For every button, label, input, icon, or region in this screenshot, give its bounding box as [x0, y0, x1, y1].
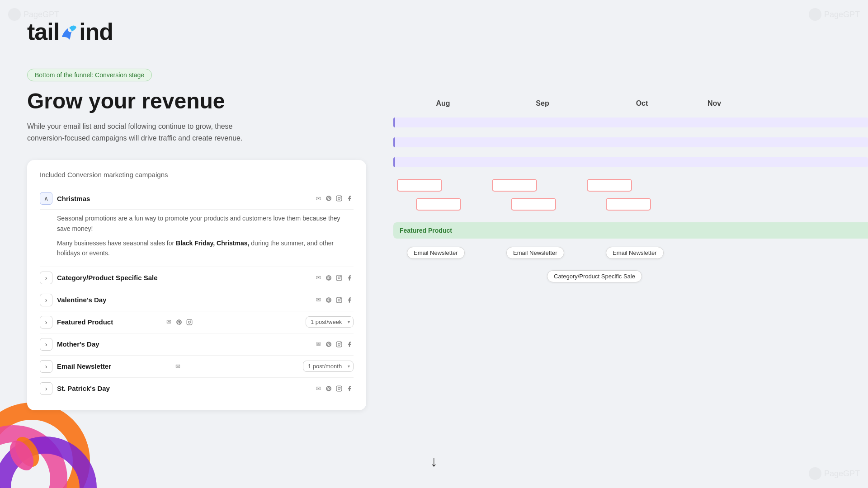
- christmas-channels: ✉: [314, 194, 354, 202]
- featured-channels: ✉: [165, 318, 193, 326]
- email-newsletter-expand-btn[interactable]: ›: [40, 360, 52, 373]
- email-badge-1: Email Newsletter: [407, 247, 465, 259]
- gantt-pink-row-top: [393, 177, 868, 193]
- mothers-expand-btn[interactable]: ›: [40, 338, 52, 351]
- logo-text: tail ind: [27, 19, 113, 45]
- pinterest-icon-5: [325, 340, 333, 348]
- gantt-row-3: [393, 155, 868, 171]
- email-badge-3: Email Newsletter: [606, 247, 664, 259]
- pink-box-2: [492, 179, 537, 192]
- category-sale-expand-btn[interactable]: ›: [40, 272, 52, 284]
- category-badge-row: Category/Product Specific Sale: [393, 267, 868, 287]
- logo-ind: ind: [79, 19, 113, 45]
- campaign-card: Included Conversion marketing campaigns …: [27, 160, 366, 410]
- svg-rect-11: [336, 297, 342, 303]
- facebook-icon-7: [345, 385, 354, 393]
- category-sale-channels: ✉: [314, 274, 354, 282]
- logo-tail: tail: [27, 19, 59, 45]
- svg-point-12: [338, 299, 340, 301]
- gantt-row-2: [393, 135, 868, 151]
- gantt-container: Featured Product Email Newsletter Email …: [393, 115, 868, 287]
- down-arrow-btn[interactable]: ↓: [430, 453, 438, 470]
- facebook-icon-2: [345, 274, 354, 282]
- chevron-right-icon-e: ›: [45, 363, 47, 370]
- valentines-expand-btn[interactable]: ›: [40, 294, 52, 306]
- svg-point-19: [340, 343, 341, 343]
- facebook-icon-5: [345, 340, 354, 348]
- svg-point-16: [190, 320, 191, 321]
- svg-rect-8: [336, 275, 342, 281]
- featured-frequency-wrapper[interactable]: 1 post/week: [306, 316, 354, 328]
- mothers-day-name: Mother's Day: [57, 340, 310, 348]
- chevron-right-icon-sp: ›: [45, 385, 47, 392]
- st-patricks-channels: ✉: [314, 385, 354, 393]
- svg-point-22: [340, 387, 341, 388]
- svg-rect-5: [336, 196, 342, 201]
- svg-rect-14: [187, 319, 192, 325]
- gantt-bar-full-1: [393, 117, 868, 127]
- featured-product-bar-label: Featured Product: [400, 227, 452, 234]
- email-icon-4: ✉: [165, 318, 173, 326]
- email-icon-3: ✉: [314, 296, 322, 304]
- gantt-bar-full-3: [393, 157, 868, 167]
- instagram-icon-7: [335, 385, 343, 393]
- funnel-tag: Bottom of the funnel: Conversion stage: [27, 69, 152, 81]
- christmas-expand-btn[interactable]: ∧: [40, 192, 52, 205]
- email-newsletter-badges-row: Email Newsletter Email Newsletter Email …: [393, 244, 868, 264]
- category-badge-1: Category/Product Specific Sale: [547, 270, 642, 282]
- email-newsletter-channels: ✉: [174, 362, 182, 371]
- svg-point-7: [340, 197, 341, 197]
- featured-product-name: Featured Product: [57, 318, 160, 326]
- svg-point-10: [340, 276, 341, 277]
- page-wrapper: tail ind Bottom of the funnel: Conversio…: [0, 0, 868, 488]
- pinterest-icon: [325, 194, 333, 202]
- gantt-bar-full-2: [393, 137, 868, 147]
- chevron-right-icon: ›: [45, 274, 47, 282]
- st-patricks-expand-btn[interactable]: ›: [40, 382, 52, 395]
- svg-point-18: [338, 343, 340, 345]
- email-icon: ✉: [314, 194, 322, 202]
- chevron-up-icon: ∧: [44, 195, 48, 202]
- instagram-icon-4: [185, 318, 193, 326]
- email-newsletter-frequency-wrapper[interactable]: 1 post/month: [303, 361, 354, 372]
- instagram-icon-2: [335, 274, 343, 282]
- svg-rect-17: [336, 342, 342, 347]
- svg-point-9: [338, 277, 340, 279]
- email-newsletter-frequency-select[interactable]: 1 post/month: [303, 361, 354, 372]
- pinterest-icon-4: [175, 318, 183, 326]
- pink-box-1: [397, 179, 442, 192]
- pinterest-icon-2: [325, 274, 333, 282]
- campaign-card-title: Included Conversion marketing campaigns: [40, 171, 354, 178]
- mothers-day-item: › Mother's Day ✉: [40, 333, 354, 356]
- instagram-icon-3: [335, 296, 343, 304]
- pink-box-3: [587, 179, 632, 192]
- chevron-right-icon-f: ›: [45, 319, 47, 326]
- featured-expand-btn[interactable]: ›: [40, 316, 52, 328]
- featured-frequency-select[interactable]: 1 post/week: [306, 316, 354, 328]
- email-icon-5: ✉: [314, 340, 322, 348]
- christmas-name: Christmas: [57, 195, 310, 202]
- highlight-text: Black Friday, Christmas,: [176, 239, 249, 247]
- logo: tail ind: [27, 18, 366, 46]
- email-badge-2: Email Newsletter: [506, 247, 564, 259]
- pinterest-icon-3: [325, 296, 333, 304]
- pink-box-4: [416, 198, 461, 211]
- pink-box-6: [606, 198, 651, 211]
- facebook-icon-3: [345, 296, 354, 304]
- mothers-channels: ✉: [314, 340, 354, 348]
- christmas-desc2: Many businesses have seasonal sales for …: [57, 238, 354, 258]
- chevron-right-icon-v: ›: [45, 296, 47, 304]
- month-sep: Sep: [493, 99, 592, 108]
- valentines-channels: ✉: [314, 296, 354, 304]
- gantt-pink-row-bottom: [393, 196, 868, 212]
- category-sale-item: › Category/Product Specific Sale ✉: [40, 267, 354, 289]
- st-patricks-item: › St. Patrick's Day ✉: [40, 378, 354, 399]
- left-content: tail ind Bottom of the funnel: Conversio…: [0, 0, 393, 488]
- email-newsletter-item: › Email Newsletter ✉ 1 post/month: [40, 356, 354, 378]
- instagram-icon-5: [335, 340, 343, 348]
- pinterest-icon-7: [325, 385, 333, 393]
- featured-product-item: › Featured Product ✉ 1 post/week: [40, 311, 354, 333]
- svg-point-15: [189, 321, 191, 323]
- category-sale-name: Category/Product Specific Sale: [57, 274, 310, 282]
- logo-bird-svg: [59, 21, 79, 44]
